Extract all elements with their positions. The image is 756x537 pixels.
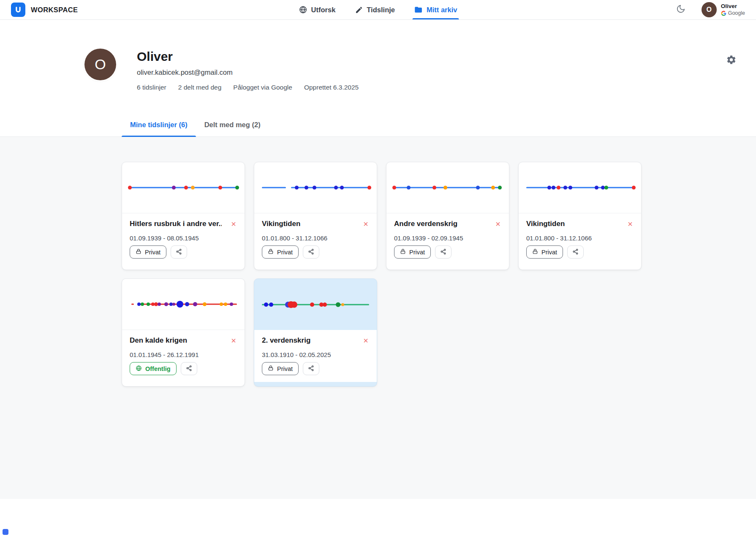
brand-name: WORKSPACE <box>31 6 78 14</box>
nav-item-label: Mitt arkiv <box>427 6 457 14</box>
timeline-date-range: 01.09.1939 - 02.09.1945 <box>394 234 501 242</box>
stat-created: Opprettet 6.3.2025 <box>304 84 359 91</box>
timeline-card-selected[interactable]: 2. verdenskrig × 31.03.1910 - 02.05.2025… <box>254 278 377 387</box>
visibility-button[interactable]: Privat <box>526 245 563 259</box>
settings-button[interactable] <box>726 55 737 67</box>
share-icon <box>572 248 579 256</box>
share-icon <box>308 248 314 256</box>
visibility-button[interactable]: Privat <box>262 245 299 259</box>
lock-icon <box>136 248 141 256</box>
timeline-date-range: 31.03.1910 - 02.05.2025 <box>262 351 369 358</box>
top-navigation-bar: WORKSPACE Utforsk Tidslinje Mitt arkiv <box>0 0 756 20</box>
visibility-button[interactable]: Privat <box>394 245 431 259</box>
timeline-date-range: 01.01.1945 - 26.12.1991 <box>130 351 237 358</box>
user-name: Oliver <box>721 3 745 10</box>
share-button[interactable] <box>303 362 319 375</box>
share-button[interactable] <box>171 245 187 259</box>
nav-item-utforsk[interactable]: Utforsk <box>299 0 336 19</box>
visibility-label: Privat <box>541 249 557 256</box>
lock-icon <box>532 248 538 256</box>
visibility-button[interactable]: Privat <box>262 362 299 375</box>
tab-bar: Mine tidslinjer (6) Delt med meg (2) <box>0 113 756 137</box>
nav-item-label: Tidslinje <box>367 6 395 14</box>
google-icon <box>721 11 726 16</box>
globe-icon <box>136 365 142 373</box>
gear-icon <box>726 59 737 66</box>
dark-mode-toggle[interactable] <box>676 4 685 15</box>
timeline-title: Vikingtiden <box>262 220 300 228</box>
close-icon[interactable]: × <box>230 336 237 345</box>
timeline-preview <box>386 162 509 213</box>
timeline-card[interactable]: Vikingtiden × 01.01.800 - 31.12.1066 Pri… <box>518 162 642 270</box>
dev-indicator-badge[interactable] <box>3 529 8 535</box>
nav-item-mitt-arkiv[interactable]: Mitt arkiv <box>414 0 457 19</box>
profile-stats: 6 tidslinjer 2 delt med deg Pålogget via… <box>137 84 359 91</box>
timeline-title: 2. verdenskrig <box>262 336 310 345</box>
timeline-title: Vikingtiden <box>526 220 565 228</box>
close-icon[interactable]: × <box>627 220 634 228</box>
share-button[interactable] <box>303 245 319 259</box>
close-icon[interactable]: × <box>230 220 237 228</box>
main-nav: Utforsk Tidslinje Mitt arkiv <box>299 0 457 19</box>
timeline-preview <box>122 279 245 330</box>
timeline-card[interactable]: Den kalde krigen × 01.01.1945 - 26.12.19… <box>122 278 245 387</box>
timeline-preview <box>122 162 245 213</box>
timeline-card[interactable]: Andre verdenskrig × 01.09.1939 - 02.09.1… <box>386 162 509 270</box>
visibility-button[interactable]: Privat <box>130 245 166 259</box>
share-button[interactable] <box>567 245 584 259</box>
visibility-label: Offentlig <box>145 365 171 372</box>
stat-login-provider: Pålogget via Google <box>233 84 292 91</box>
timeline-title: Andre verdenskrig <box>394 220 457 228</box>
user-provider: Google <box>721 10 745 17</box>
tab-mine-tidslinjer[interactable]: Mine tidslinjer (6) <box>122 113 196 136</box>
timeline-date-range: 01.01.800 - 31.12.1066 <box>262 234 369 242</box>
share-icon <box>186 365 192 373</box>
share-button[interactable] <box>181 362 197 375</box>
user-provider-label: Google <box>728 10 745 17</box>
user-menu[interactable]: O Oliver Google <box>702 2 745 17</box>
brand[interactable]: WORKSPACE <box>11 3 78 17</box>
tab-content: Hitlers rusbruk i andre ver... × 01.09.1… <box>0 137 756 499</box>
tab-delt-med-meg[interactable]: Delt med meg (2) <box>196 113 269 136</box>
visibility-label: Privat <box>409 249 425 256</box>
profile-name: Oliver <box>137 49 359 64</box>
avatar: O <box>702 2 717 17</box>
folder-icon <box>414 5 423 14</box>
pencil-icon <box>355 6 363 14</box>
share-icon <box>176 248 182 256</box>
close-icon[interactable]: × <box>495 220 501 228</box>
close-icon[interactable]: × <box>362 336 369 345</box>
topbar-right: O Oliver Google <box>676 2 745 17</box>
timeline-preview <box>254 279 377 330</box>
stat-shared: 2 delt med deg <box>178 84 222 91</box>
visibility-label: Privat <box>277 365 293 372</box>
visibility-label: Privat <box>145 249 160 256</box>
nav-item-tidslinje[interactable]: Tidslinje <box>355 0 395 19</box>
timeline-date-range: 01.09.1939 - 08.05.1945 <box>130 234 237 242</box>
timeline-title: Den kalde krigen <box>130 336 187 345</box>
lock-icon <box>268 365 274 372</box>
moon-icon <box>676 4 685 15</box>
profile-avatar: O <box>84 49 116 80</box>
profile-section: O Oliver oliver.kabicek.post@gmail.com 6… <box>0 20 756 91</box>
profile-email: oliver.kabicek.post@gmail.com <box>137 68 359 76</box>
app-logo-icon <box>11 3 25 17</box>
visibility-button[interactable]: Offentlig <box>130 362 177 375</box>
visibility-label: Privat <box>277 249 293 256</box>
timeline-preview <box>519 162 641 213</box>
timeline-title: Hitlers rusbruk i andre ver... <box>130 220 222 228</box>
stat-timelines: 6 tidslinjer <box>137 84 166 91</box>
timeline-card-grid: Hitlers rusbruk i andre ver... × 01.09.1… <box>122 162 756 387</box>
share-button[interactable] <box>435 245 451 259</box>
timeline-card[interactable]: Vikingtiden × 01.01.800 - 31.12.1066 Pri… <box>254 162 377 270</box>
lock-icon <box>400 248 406 256</box>
share-icon <box>440 248 446 256</box>
timeline-preview <box>254 162 377 213</box>
close-icon[interactable]: × <box>362 220 369 228</box>
share-icon <box>308 365 314 373</box>
timeline-date-range: 01.01.800 - 31.12.1066 <box>526 234 634 242</box>
nav-item-label: Utforsk <box>311 6 336 14</box>
globe-icon <box>299 5 307 14</box>
lock-icon <box>268 248 274 256</box>
timeline-card[interactable]: Hitlers rusbruk i andre ver... × 01.09.1… <box>122 162 245 270</box>
